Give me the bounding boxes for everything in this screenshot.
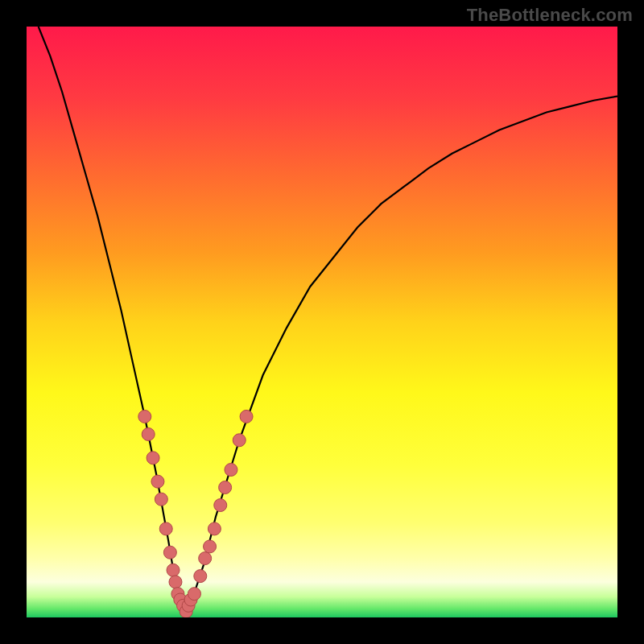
chart-frame: TheBottleneck.com [0,0,644,644]
data-marker [204,540,217,553]
chart-svg [27,27,617,617]
data-marker [194,570,207,583]
data-marker [163,546,176,559]
data-marker [159,522,172,535]
data-marker [147,452,159,464]
data-marker [188,588,200,601]
gradient-background [27,27,617,617]
data-marker [167,564,180,576]
data-marker [138,410,151,423]
data-marker [225,464,237,477]
watermark-text: TheBottleneck.com [467,5,633,26]
data-marker [155,493,167,506]
data-marker [208,522,221,535]
data-marker [240,410,253,423]
data-marker [233,434,246,447]
data-marker [142,427,155,440]
data-marker [199,552,212,565]
data-marker [151,475,164,488]
plot-area [27,27,617,617]
data-marker [214,499,227,512]
data-marker [169,576,182,588]
data-marker [219,481,232,494]
